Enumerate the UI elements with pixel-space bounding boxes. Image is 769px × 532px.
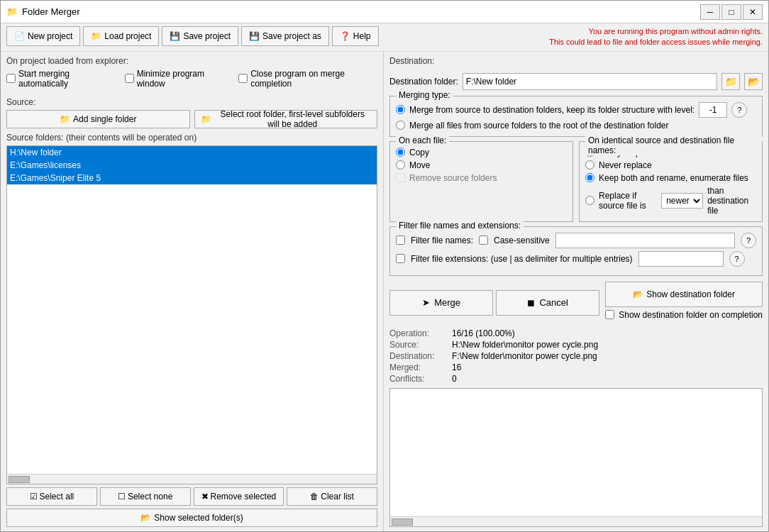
start-merging-label[interactable]: Start merging automatically: [6, 69, 114, 89]
destination-status-label: Destination:: [389, 351, 446, 361]
minimize-window-checkbox[interactable]: [125, 74, 134, 83]
horizontal-scrollbar[interactable]: [7, 474, 377, 484]
title-bar: 📁 Folder Merger ─ □ ✕: [1, 1, 768, 23]
close-button[interactable]: ✕: [743, 4, 763, 20]
merged-label: Merged:: [389, 362, 446, 372]
copy-row: Copy: [396, 148, 567, 157]
select-root-icon: 📁: [201, 114, 211, 124]
log-hscroll-thumb[interactable]: [392, 519, 413, 526]
add-single-folder-button[interactable]: 📁 Add single folder: [6, 110, 190, 128]
cancel-button[interactable]: ◼ Cancel: [496, 290, 599, 316]
destination-folder-label: Destination folder:: [389, 77, 458, 87]
replace-if-radio[interactable]: [585, 196, 594, 205]
cancel-icon: ◼: [527, 297, 535, 308]
newer-dropdown[interactable]: newer older: [661, 193, 703, 209]
select-root-folder-button[interactable]: 📁 Select root folder, first-level subfol…: [194, 110, 378, 128]
replace-if-label: Replace if source file is: [599, 191, 657, 211]
remove-source-checkbox: [396, 173, 405, 182]
on-project-checkboxes: Start merging automatically Minimize pro…: [6, 69, 377, 89]
list-item[interactable]: H:\New folder: [7, 146, 377, 159]
help-icon: ❓: [340, 31, 350, 41]
log-container: [389, 388, 763, 527]
operation-value: 16/16 (100.00%): [452, 328, 763, 338]
action-row: ➤ Merge ◼ Cancel 📂 Show destination fold…: [389, 282, 763, 324]
source-list-container[interactable]: H:\New folder E:\Games\licenses E:\Games…: [7, 146, 377, 474]
title-bar-controls: ─ □ ✕: [700, 4, 763, 20]
remove-selected-button[interactable]: ✖ Remove selected: [194, 487, 284, 506]
browse-folder-button[interactable]: 📁: [721, 73, 740, 90]
move-radio[interactable]: [396, 160, 405, 170]
save-project-as-button[interactable]: 💾 Save project as: [241, 26, 329, 46]
select-none-icon: ☐: [118, 492, 126, 501]
never-replace-label: Never replace: [599, 160, 652, 170]
clear-list-button[interactable]: 🗑 Clear list: [287, 487, 377, 506]
destination-folder-input[interactable]: [463, 73, 717, 90]
warning-text: You are running this program without adm…: [549, 26, 763, 48]
filter-group: Filter file names and extensions: Filter…: [389, 226, 763, 276]
filter-ext-input[interactable]: [638, 251, 724, 267]
keep-both-radio[interactable]: [585, 173, 594, 182]
conflicts-value: 0: [452, 374, 763, 384]
log-box[interactable]: [390, 389, 762, 516]
copy-radio[interactable]: [396, 148, 405, 157]
hscroll-thumb[interactable]: [9, 476, 30, 483]
add-single-icon: 📁: [60, 114, 70, 124]
log-hscroll[interactable]: [390, 516, 762, 526]
main-content: On project loaded from explorer: Start m…: [1, 52, 768, 531]
show-selected-folders-button[interactable]: 📂 Show selected folder(s): [6, 509, 377, 527]
window-title: Folder Merger: [22, 6, 80, 17]
never-replace-row: Never replace: [585, 160, 756, 170]
merge-option1-radio[interactable]: [396, 105, 405, 114]
merge-option1-row: Merge from source to destination folders…: [396, 102, 756, 118]
list-item[interactable]: E:\Games\Sniper Elite 5: [7, 172, 377, 184]
source-status-value: H:\New folder\monitor power cycle.png: [452, 340, 763, 350]
on-project-label: On project loaded from explorer:: [6, 56, 377, 66]
merge-icon: ➤: [422, 297, 430, 308]
minimize-window-label[interactable]: Minimize program window: [125, 69, 227, 89]
app-icon: 📁: [6, 6, 18, 17]
merge-option2-row: Merge all files from source folders to t…: [396, 121, 756, 131]
start-merging-checkbox[interactable]: [6, 74, 16, 83]
close-on-completion-label[interactable]: Close program on merge completion: [238, 69, 377, 89]
remove-selected-icon: ✖: [201, 492, 209, 501]
merge-cancel-group: ➤ Merge ◼ Cancel: [389, 290, 599, 316]
source-status-label: Source:: [389, 340, 446, 350]
show-dest-icon: 📂: [633, 289, 643, 299]
merge-level-help-button[interactable]: ?: [731, 102, 747, 118]
toolbar: 📄 New project 📁 Load project 💾 Save proj…: [1, 23, 768, 52]
select-none-button[interactable]: ☐ Select none: [100, 487, 191, 506]
operation-label: Operation:: [389, 328, 446, 338]
restore-button[interactable]: □: [721, 4, 741, 20]
case-sensitive-checkbox[interactable]: [479, 235, 488, 245]
load-project-button[interactable]: 📁 Load project: [83, 26, 159, 46]
filter-names-input[interactable]: [555, 233, 735, 248]
merge-level-input[interactable]: [699, 102, 727, 118]
show-destination-button[interactable]: 📂 Show destination folder: [605, 282, 763, 307]
new-project-icon: 📄: [14, 31, 25, 41]
on-identical-box: On identical source and destination file…: [579, 141, 763, 222]
destination-row: Destination folder: 📁 📂: [389, 73, 763, 90]
filter-ext-checkbox[interactable]: [396, 254, 405, 263]
on-each-file-box: On each file: Copy Move Remove source fo…: [389, 141, 573, 222]
merge-option2-radio[interactable]: [396, 121, 405, 130]
replace-if-row: Replace if source file is newer older th…: [585, 186, 756, 216]
show-on-completion-checkbox[interactable]: [605, 310, 614, 319]
filter-names-checkbox[interactable]: [396, 235, 405, 245]
close-on-completion-checkbox[interactable]: [238, 74, 248, 83]
destination-label: Destination:: [389, 56, 763, 66]
filter-ext-row: Filter file extensions: (use | as delimi…: [396, 251, 756, 267]
save-as-icon: 💾: [249, 31, 260, 41]
never-replace-radio[interactable]: [585, 160, 594, 170]
filter-names-label: Filter file names:: [411, 235, 473, 245]
list-item[interactable]: E:\Games\licenses: [7, 159, 377, 172]
select-all-button[interactable]: ☑ Select all: [6, 487, 97, 506]
open-folder-button[interactable]: 📂: [744, 73, 763, 90]
merge-button[interactable]: ➤ Merge: [389, 290, 493, 316]
filter-names-help-button[interactable]: ?: [741, 233, 756, 248]
save-project-button[interactable]: 💾 Save project: [162, 26, 238, 46]
new-project-button[interactable]: 📄 New project: [6, 26, 80, 46]
minimize-button[interactable]: ─: [700, 4, 720, 20]
filter-ext-help-button[interactable]: ?: [729, 251, 745, 267]
destination-status-value: F:\New folder\monitor power cycle.png: [452, 351, 763, 361]
help-button[interactable]: ❓ Help: [332, 26, 379, 46]
